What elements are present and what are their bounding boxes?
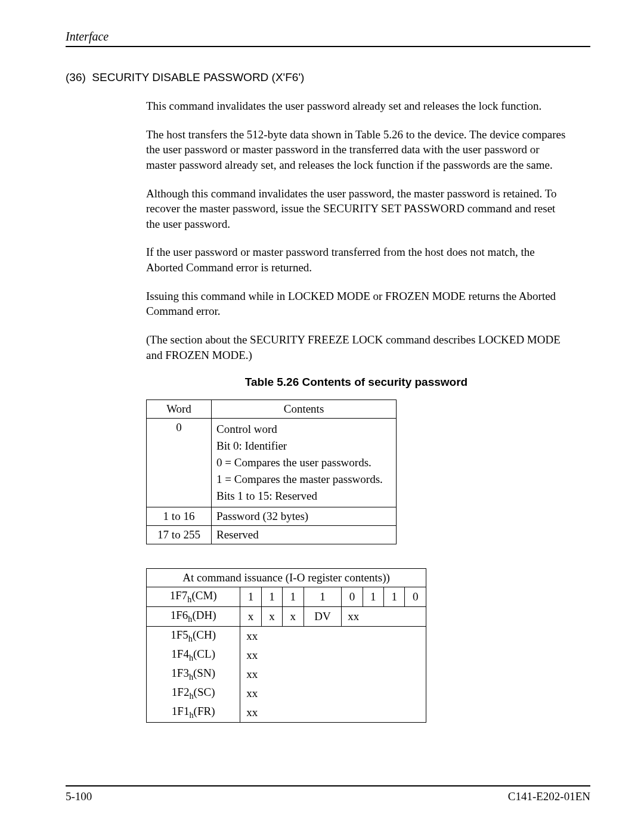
bit: 1	[240, 587, 261, 607]
data: xx	[240, 646, 426, 665]
cell-word: 0	[147, 419, 212, 507]
cell-contents: Control word Bit 0: Identifier 0 = Compa…	[212, 419, 397, 507]
data: xx	[240, 665, 426, 684]
reg-label: 1F7h(CM)	[147, 587, 240, 607]
section-number: (36)	[66, 71, 86, 83]
paragraph: Issuing this command while in LOCKED MOD…	[146, 289, 566, 319]
reg-label: 1F5h(CH)	[147, 627, 240, 646]
body-text: This command invalidates the user passwo…	[146, 98, 566, 389]
bit: 1	[304, 587, 342, 607]
doc-number: C141-E202-01EN	[508, 790, 590, 803]
bit: 0	[342, 587, 363, 607]
bit: x	[261, 607, 282, 627]
paragraph: This command invalidates the user passwo…	[146, 98, 566, 114]
bit: 0	[405, 587, 426, 607]
cell-contents: Reserved	[212, 526, 397, 544]
cell-contents: Password (32 bytes)	[212, 507, 397, 526]
bit: 1	[261, 587, 282, 607]
th-word: Word	[147, 400, 212, 419]
register-table: At command issuance (I-O register conten…	[146, 568, 426, 723]
line: 0 = Compares the user passwords.	[216, 454, 391, 471]
table-wrap: Word Contents 0 Control word Bit 0: Iden…	[146, 400, 590, 723]
table-caption: Table 5.26 Contents of security password	[146, 376, 566, 389]
bit: 1	[363, 587, 383, 607]
header-rule	[66, 46, 590, 47]
data: xx	[240, 627, 426, 646]
footer-rule	[66, 785, 590, 786]
section-title: (36) SECURITY DISABLE PASSWORD (X'F6')	[66, 71, 590, 84]
contents-table: Word Contents 0 Control word Bit 0: Iden…	[146, 400, 397, 544]
bit: xx	[342, 607, 426, 627]
line: Bit 0: Identifier	[216, 438, 391, 454]
bit: DV	[304, 607, 342, 627]
footer: 5-100 C141-E202-01EN	[66, 785, 590, 803]
bit: 1	[384, 587, 405, 607]
data: xx	[240, 703, 426, 723]
reg-label: 1F3h(SN)	[147, 665, 240, 684]
line: Bits 1 to 15: Reserved	[216, 488, 391, 504]
reg-label: 1F2h(SC)	[147, 684, 240, 703]
line: Control word	[216, 421, 391, 438]
reg-label: 1F1h(FR)	[147, 703, 240, 723]
reg-label: 1F6h(DH)	[147, 607, 240, 627]
cell-word: 17 to 255	[147, 526, 212, 544]
page-number: 5-100	[66, 790, 92, 803]
paragraph: The host transfers the 512-byte data sho…	[146, 127, 566, 173]
bit: x	[283, 607, 304, 627]
cell-word: 1 to 16	[147, 507, 212, 526]
paragraph: If the user password or master password …	[146, 244, 566, 275]
data: xx	[240, 684, 426, 703]
reg-label: 1F4h(CL)	[147, 646, 240, 665]
th-contents: Contents	[212, 400, 397, 419]
paragraph: (The section about the SECURITY FREEZE L…	[146, 332, 566, 363]
section-name: SECURITY DISABLE PASSWORD (X'F6')	[92, 71, 304, 83]
line: 1 = Compares the master passwords.	[216, 471, 391, 488]
page: Interface (36) SECURITY DISABLE PASSWORD…	[0, 0, 644, 833]
running-head: Interface	[66, 30, 590, 44]
bit: 1	[283, 587, 304, 607]
paragraph: Although this command invalidates the us…	[146, 186, 566, 232]
bit: x	[240, 607, 261, 627]
register-table-title: At command issuance (I-O register conten…	[147, 569, 426, 587]
